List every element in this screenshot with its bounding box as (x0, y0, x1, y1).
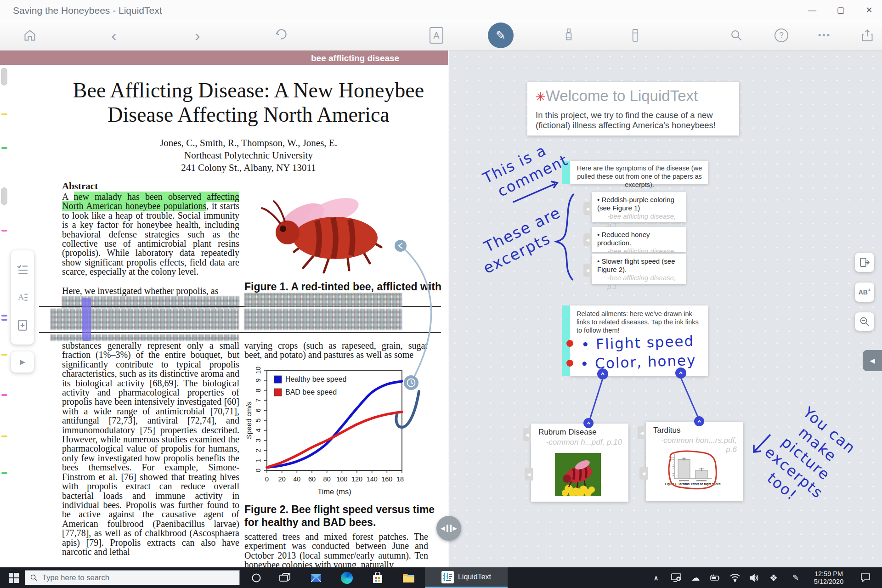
ink-link-node[interactable] (583, 418, 594, 428)
rubrum-disease-card[interactable]: ◀ ◀ Rubrum Disease -common h...pdf, p.10 (531, 424, 628, 502)
panel-splitter-handle[interactable]: ◀▶ (436, 516, 461, 541)
margin-highlight-mark[interactable] (1, 394, 7, 396)
folder-icon (402, 572, 415, 583)
collapse-workspace-button[interactable]: ◀ (863, 350, 882, 371)
file-explorer-button[interactable] (398, 567, 419, 588)
margin-highlight-mark[interactable] (1, 472, 7, 474)
edge-app-button[interactable] (336, 567, 357, 588)
page-note-icon[interactable] (17, 319, 28, 331)
excerpt-text: • Slower flight speed (see Figure 2). (597, 257, 681, 273)
excerpt-clock-node[interactable] (404, 375, 418, 390)
more-options-button[interactable]: ••• (815, 26, 834, 45)
tarditus-card[interactable]: ◀ ◀ Tarditus -common hon...rs.pdf, p.6 F… (646, 422, 743, 501)
ink-link-anchor-dot[interactable] (566, 340, 573, 347)
taskbar-search-box[interactable]: Type here to search (25, 570, 240, 585)
document-tab-bar: bee afflicting disease (0, 51, 448, 65)
expand-panel-button[interactable]: ▶ (11, 351, 34, 373)
excerpt-tab[interactable]: ◀ (523, 428, 531, 441)
margin-highlight-mark[interactable] (1, 315, 7, 317)
task-view-button[interactable] (275, 567, 295, 588)
tray-expand-chevron[interactable]: ∧ (648, 567, 664, 588)
search-button[interactable] (727, 26, 746, 45)
ink-link-flight-speed[interactable]: • Flight speed (581, 332, 694, 354)
symptoms-comment-note[interactable]: Here are the symptoms of the disease (we… (570, 161, 708, 184)
figure2-line-chart[interactable]: 020406080100120140160180012345678910Spee… (246, 366, 404, 500)
back-button[interactable]: ‹ (105, 26, 123, 45)
handwriting-this-is-a-comment[interactable]: This is a comment (480, 134, 571, 204)
ink-link-node[interactable] (597, 368, 608, 379)
tarditus-chart-thumbnail[interactable]: Figure 1. Tarditus' effect on flight spe… (664, 449, 722, 495)
onedrive-tray-icon[interactable]: ☁ (686, 567, 705, 588)
excerpt-tab[interactable]: ◀ (583, 202, 592, 215)
undo-button[interactable] (272, 26, 290, 45)
body-text-column2-bottom: scattered trees and mixed forest patches… (244, 532, 428, 567)
help-button[interactable]: ? (772, 26, 791, 45)
svg-text:A: A (18, 293, 24, 301)
ink-link-node[interactable] (694, 416, 704, 426)
excerpt-text: • Reduced honey production. (597, 231, 681, 247)
margin-highlight-mark[interactable] (1, 435, 7, 437)
minimize-button[interactable]: — (803, 4, 821, 17)
home-button[interactable] (21, 26, 39, 45)
margin-scroll-handle[interactable] (1, 187, 7, 205)
maximize-button[interactable]: ▢ (831, 4, 850, 17)
text-size-button[interactable]: AB+ (855, 283, 874, 302)
zoom-out-icon (859, 316, 870, 327)
excerpt-tab[interactable]: ◀ (638, 426, 646, 439)
cast-tray-icon[interactable] (667, 567, 685, 588)
pen-tool-button[interactable]: ✎ (488, 23, 514, 48)
home-icon (23, 29, 36, 42)
rubrum-bee-photo[interactable] (555, 453, 601, 498)
highlighter-tool-button[interactable] (560, 26, 578, 45)
excerpt-card-1[interactable]: ◀ • Reddish-purple coloring (see Figure … (592, 192, 686, 222)
excerpt-tab[interactable]: ◀ (639, 467, 648, 480)
welcome-note-card[interactable]: ✳Welcome to LiquidText In this project, … (527, 82, 739, 136)
related-ailments-note[interactable]: Related ailments: here we've drawn ink-l… (570, 305, 708, 376)
margin-highlight-mark[interactable] (1, 319, 7, 321)
excerpt-tab[interactable]: ◀ (583, 264, 592, 277)
taskbar-clock[interactable]: 12:59 PM 5/12/2020 (809, 567, 848, 588)
battery-tray-icon[interactable] (706, 567, 724, 588)
start-button[interactable] (5, 567, 23, 588)
zoom-out-button[interactable] (855, 312, 874, 331)
excerpt-tab[interactable]: ◀ (525, 468, 533, 481)
ink-link-anchor-dot[interactable] (566, 360, 573, 367)
ink-link-node[interactable] (675, 368, 686, 379)
text-tool-button[interactable]: A (427, 26, 446, 45)
svg-text:Healthy bee speed: Healthy bee speed (285, 375, 346, 383)
volume-tray-icon[interactable] (745, 567, 763, 588)
action-center-button[interactable] (855, 567, 876, 588)
pen-tray-icon[interactable]: ✎ (786, 567, 805, 588)
handwriting-picture-excerpts[interactable]: You can make picture excerpts too! (739, 392, 872, 525)
excerpt-tab[interactable]: ◀ (583, 233, 592, 246)
figure1-bee-image[interactable] (248, 183, 404, 277)
page-jump-button[interactable] (855, 253, 874, 272)
toolbar: ‹ › A ✎ ? ••• (0, 20, 882, 51)
store-app-button[interactable] (367, 567, 388, 588)
outline-list-icon[interactable] (17, 264, 28, 275)
excerpt-card-3[interactable]: ◀ • Slower flight speed (see Figure 2). … (592, 254, 686, 284)
dropbox-tray-icon[interactable]: ❖ (764, 567, 783, 588)
margin-highlight-mark[interactable] (1, 147, 7, 149)
svg-text:10: 10 (254, 367, 262, 374)
margin-highlight-mark[interactable] (1, 113, 7, 115)
eraser-tool-button[interactable] (626, 26, 645, 45)
selection-handle[interactable] (82, 298, 91, 341)
svg-text:9: 9 (254, 379, 262, 382)
cortana-button[interactable] (246, 567, 266, 588)
close-button[interactable]: ✕ (860, 4, 878, 17)
document-tab-label[interactable]: bee afflicting disease (311, 53, 399, 63)
margin-scroll-handle[interactable] (1, 68, 7, 85)
handwriting-these-are-excerpts[interactable]: These are excerpts (472, 203, 572, 278)
liquidtext-taskbar-button[interactable]: LiquidText (425, 567, 508, 588)
text-extract-icon[interactable]: A (17, 291, 28, 303)
notification-icon (861, 573, 870, 582)
wifi-tray-icon[interactable] (726, 567, 744, 588)
mail-app-button[interactable] (305, 567, 327, 588)
margin-highlight-mark[interactable] (1, 354, 7, 356)
share-button[interactable] (858, 26, 876, 45)
margin-highlight-mark[interactable] (1, 230, 7, 232)
forward-button[interactable]: › (188, 26, 207, 45)
speaker-icon (749, 574, 759, 582)
excerpt-card-2[interactable]: ◀ • Reduced honey production. -bee affli… (592, 227, 686, 252)
